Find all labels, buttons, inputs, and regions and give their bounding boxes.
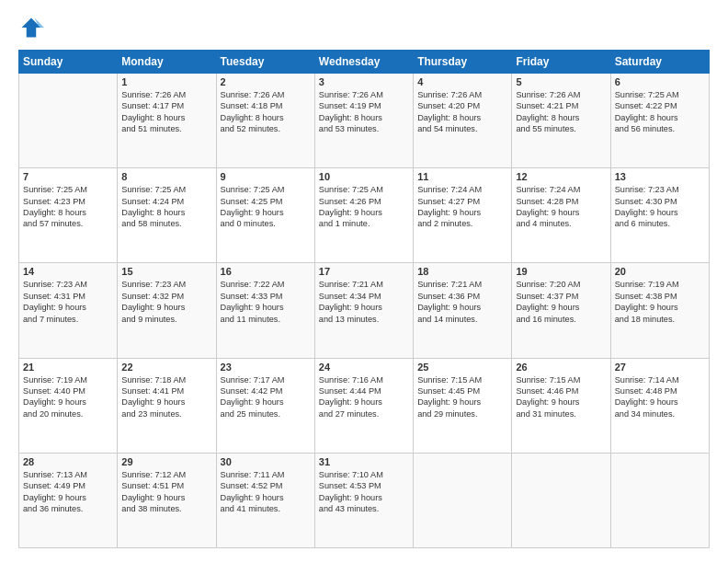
day-number: 10 xyxy=(319,171,409,182)
weekday-header-row: SundayMondayTuesdayWednesdayThursdayFrid… xyxy=(19,51,710,74)
day-info: Sunrise: 7:15 AM Sunset: 4:46 PM Dayligh… xyxy=(516,374,606,420)
day-info: Sunrise: 7:16 AM Sunset: 4:44 PM Dayligh… xyxy=(319,374,409,420)
calendar-cell: 31Sunrise: 7:10 AM Sunset: 4:53 PM Dayli… xyxy=(314,453,413,547)
calendar: SundayMondayTuesdayWednesdayThursdayFrid… xyxy=(18,50,710,548)
calendar-cell: 19Sunrise: 7:20 AM Sunset: 4:37 PM Dayli… xyxy=(512,263,610,358)
day-info: Sunrise: 7:26 AM Sunset: 4:18 PM Dayligh… xyxy=(221,89,311,135)
calendar-cell: 23Sunrise: 7:17 AM Sunset: 4:42 PM Dayli… xyxy=(216,358,314,453)
calendar-cell: 28Sunrise: 7:13 AM Sunset: 4:49 PM Dayli… xyxy=(19,453,118,547)
calendar-cell: 3Sunrise: 7:26 AM Sunset: 4:19 PM Daylig… xyxy=(314,74,413,168)
calendar-cell: 29Sunrise: 7:12 AM Sunset: 4:51 PM Dayli… xyxy=(118,453,216,547)
day-number: 2 xyxy=(221,76,311,87)
day-number: 20 xyxy=(615,266,705,277)
calendar-week-row: 28Sunrise: 7:13 AM Sunset: 4:49 PM Dayli… xyxy=(19,453,710,547)
day-info: Sunrise: 7:17 AM Sunset: 4:42 PM Dayligh… xyxy=(221,374,311,420)
day-number: 15 xyxy=(121,266,211,277)
day-info: Sunrise: 7:24 AM Sunset: 4:27 PM Dayligh… xyxy=(417,184,507,230)
calendar-cell: 22Sunrise: 7:18 AM Sunset: 4:41 PM Dayli… xyxy=(118,358,216,453)
svg-marker-0 xyxy=(22,18,41,38)
day-number: 4 xyxy=(417,76,507,87)
weekday-header: Wednesday xyxy=(314,51,413,74)
day-number: 29 xyxy=(121,456,211,467)
day-number: 18 xyxy=(417,266,507,277)
day-info: Sunrise: 7:20 AM Sunset: 4:37 PM Dayligh… xyxy=(516,279,606,325)
weekday-header: Thursday xyxy=(414,51,512,74)
day-info: Sunrise: 7:25 AM Sunset: 4:22 PM Dayligh… xyxy=(615,89,705,135)
day-number: 23 xyxy=(221,362,311,373)
day-number: 16 xyxy=(221,266,311,277)
weekday-header: Sunday xyxy=(19,51,118,74)
calendar-cell: 8Sunrise: 7:25 AM Sunset: 4:24 PM Daylig… xyxy=(118,168,216,263)
day-number: 22 xyxy=(121,362,211,373)
day-number: 17 xyxy=(319,266,409,277)
day-info: Sunrise: 7:18 AM Sunset: 4:41 PM Dayligh… xyxy=(121,374,211,420)
calendar-cell: 17Sunrise: 7:21 AM Sunset: 4:34 PM Dayli… xyxy=(314,263,413,358)
day-info: Sunrise: 7:13 AM Sunset: 4:49 PM Dayligh… xyxy=(23,469,113,515)
day-info: Sunrise: 7:25 AM Sunset: 4:24 PM Dayligh… xyxy=(121,184,211,230)
calendar-cell: 16Sunrise: 7:22 AM Sunset: 4:33 PM Dayli… xyxy=(216,263,314,358)
calendar-cell: 20Sunrise: 7:19 AM Sunset: 4:38 PM Dayli… xyxy=(610,263,709,358)
day-info: Sunrise: 7:10 AM Sunset: 4:53 PM Dayligh… xyxy=(319,469,409,515)
day-info: Sunrise: 7:23 AM Sunset: 4:31 PM Dayligh… xyxy=(23,279,113,325)
day-number: 9 xyxy=(221,171,311,182)
day-number: 25 xyxy=(417,362,507,373)
day-info: Sunrise: 7:21 AM Sunset: 4:36 PM Dayligh… xyxy=(417,279,507,325)
calendar-cell: 1Sunrise: 7:26 AM Sunset: 4:17 PM Daylig… xyxy=(118,74,216,168)
calendar-cell: 13Sunrise: 7:23 AM Sunset: 4:30 PM Dayli… xyxy=(610,168,709,263)
calendar-cell: 12Sunrise: 7:24 AM Sunset: 4:28 PM Dayli… xyxy=(512,168,610,263)
day-info: Sunrise: 7:25 AM Sunset: 4:25 PM Dayligh… xyxy=(221,184,311,230)
day-number: 27 xyxy=(615,362,705,373)
weekday-header: Friday xyxy=(512,51,610,74)
calendar-cell: 6Sunrise: 7:25 AM Sunset: 4:22 PM Daylig… xyxy=(610,74,709,168)
calendar-cell: 10Sunrise: 7:25 AM Sunset: 4:26 PM Dayli… xyxy=(314,168,413,263)
day-info: Sunrise: 7:15 AM Sunset: 4:45 PM Dayligh… xyxy=(417,374,507,420)
day-number: 5 xyxy=(516,76,606,87)
day-info: Sunrise: 7:26 AM Sunset: 4:19 PM Dayligh… xyxy=(319,89,409,135)
day-number: 8 xyxy=(121,171,211,182)
calendar-cell: 25Sunrise: 7:15 AM Sunset: 4:45 PM Dayli… xyxy=(414,358,512,453)
day-number: 1 xyxy=(121,76,211,87)
calendar-week-row: 21Sunrise: 7:19 AM Sunset: 4:40 PM Dayli… xyxy=(19,358,710,453)
calendar-cell xyxy=(19,74,118,168)
calendar-cell: 2Sunrise: 7:26 AM Sunset: 4:18 PM Daylig… xyxy=(216,74,314,168)
calendar-cell xyxy=(414,453,512,547)
day-info: Sunrise: 7:11 AM Sunset: 4:52 PM Dayligh… xyxy=(221,469,311,515)
header xyxy=(18,15,710,40)
weekday-header: Tuesday xyxy=(216,51,314,74)
day-number: 13 xyxy=(615,171,705,182)
calendar-cell: 24Sunrise: 7:16 AM Sunset: 4:44 PM Dayli… xyxy=(314,358,413,453)
day-number: 26 xyxy=(516,362,606,373)
day-number: 19 xyxy=(516,266,606,277)
day-info: Sunrise: 7:19 AM Sunset: 4:40 PM Dayligh… xyxy=(23,374,113,420)
day-number: 28 xyxy=(23,456,113,467)
calendar-week-row: 7Sunrise: 7:25 AM Sunset: 4:23 PM Daylig… xyxy=(19,168,710,263)
calendar-cell xyxy=(512,453,610,547)
day-number: 11 xyxy=(417,171,507,182)
calendar-week-row: 14Sunrise: 7:23 AM Sunset: 4:31 PM Dayli… xyxy=(19,263,710,358)
day-info: Sunrise: 7:12 AM Sunset: 4:51 PM Dayligh… xyxy=(121,469,211,515)
day-number: 14 xyxy=(23,266,113,277)
day-info: Sunrise: 7:21 AM Sunset: 4:34 PM Dayligh… xyxy=(319,279,409,325)
calendar-cell: 9Sunrise: 7:25 AM Sunset: 4:25 PM Daylig… xyxy=(216,168,314,263)
day-number: 30 xyxy=(221,456,311,467)
day-number: 3 xyxy=(319,76,409,87)
calendar-cell: 27Sunrise: 7:14 AM Sunset: 4:48 PM Dayli… xyxy=(610,358,709,453)
weekday-header: Saturday xyxy=(610,51,709,74)
calendar-cell: 7Sunrise: 7:25 AM Sunset: 4:23 PM Daylig… xyxy=(19,168,118,263)
day-info: Sunrise: 7:26 AM Sunset: 4:21 PM Dayligh… xyxy=(516,89,606,135)
day-info: Sunrise: 7:22 AM Sunset: 4:33 PM Dayligh… xyxy=(221,279,311,325)
day-number: 21 xyxy=(23,362,113,373)
calendar-cell: 26Sunrise: 7:15 AM Sunset: 4:46 PM Dayli… xyxy=(512,358,610,453)
day-number: 7 xyxy=(23,171,113,182)
calendar-cell: 11Sunrise: 7:24 AM Sunset: 4:27 PM Dayli… xyxy=(414,168,512,263)
day-info: Sunrise: 7:26 AM Sunset: 4:20 PM Dayligh… xyxy=(417,89,507,135)
logo-icon xyxy=(18,15,44,40)
calendar-cell: 14Sunrise: 7:23 AM Sunset: 4:31 PM Dayli… xyxy=(19,263,118,358)
calendar-cell: 5Sunrise: 7:26 AM Sunset: 4:21 PM Daylig… xyxy=(512,74,610,168)
logo xyxy=(18,15,48,40)
day-info: Sunrise: 7:19 AM Sunset: 4:38 PM Dayligh… xyxy=(615,279,705,325)
day-number: 6 xyxy=(615,76,705,87)
day-info: Sunrise: 7:23 AM Sunset: 4:30 PM Dayligh… xyxy=(615,184,705,230)
day-number: 31 xyxy=(319,456,409,467)
calendar-week-row: 1Sunrise: 7:26 AM Sunset: 4:17 PM Daylig… xyxy=(19,74,710,168)
